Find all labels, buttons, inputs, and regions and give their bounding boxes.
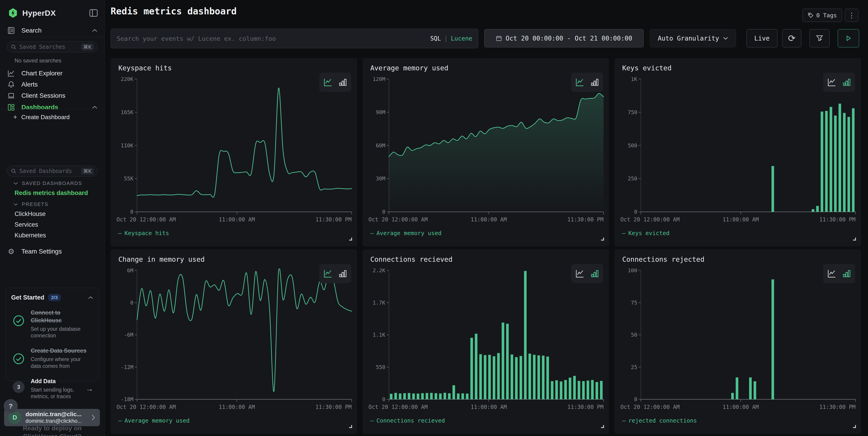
filter-button[interactable] (809, 29, 830, 48)
plot-area[interactable]: 1K7505002500Oct 20 12:00:00 AM11:00:00 A… (619, 77, 857, 225)
svg-text:220K: 220K (121, 77, 133, 82)
sidebar-item-services[interactable]: Services (14, 221, 38, 228)
date-range-picker[interactable]: Oct 20 00:00:00 - Oct 21 00:00:00 (484, 29, 644, 48)
sidebar-item-chart-explorer[interactable]: Chart Explorer (0, 67, 104, 79)
sidebar-item-search[interactable]: Search (0, 25, 104, 36)
line-chart-icon[interactable] (827, 269, 837, 279)
sidebar-item-label: Dashboards (21, 104, 58, 111)
get-started-card: Get Started 2/3 Connect to ClickHouse Se… (5, 288, 99, 381)
chevron-up-icon[interactable] (92, 106, 98, 109)
bar-chart-icon[interactable] (590, 78, 599, 87)
granularity-select[interactable]: Auto Granularity (650, 29, 736, 48)
granularity-value: Auto Granularity (658, 35, 719, 42)
presets-section[interactable]: PRESETS (13, 201, 49, 207)
event-search-input[interactable] (117, 35, 426, 42)
sidebar-collapse-icon[interactable] (89, 9, 98, 17)
svg-text:2.2K: 2.2K (373, 268, 385, 273)
hyperdx-logo-icon (8, 8, 18, 18)
step-subtitle: Set up your database connection (31, 326, 91, 340)
bar-chart-icon[interactable] (338, 269, 347, 278)
bar-chart-icon[interactable] (842, 269, 851, 278)
sidebar-item-alerts[interactable]: Alerts (0, 79, 104, 90)
dashboard-menu-button[interactable]: ⋮ (845, 9, 859, 22)
svg-text:0: 0 (382, 396, 385, 402)
line-chart-icon[interactable] (575, 78, 585, 87)
calendar-icon (496, 35, 502, 41)
bar-chart-icon[interactable] (590, 269, 599, 278)
plot-area[interactable]: 6M0-6M-12M-18MOct 20 12:00:00 AM11:00:00… (115, 268, 353, 412)
plot-area[interactable]: 2.2K1.7K1.1K5500Oct 20 12:00:00 AM11:00:… (367, 268, 606, 412)
legend-dash: — (370, 417, 374, 424)
lucene-mode-toggle[interactable]: Lucene (451, 35, 472, 42)
divider (0, 37, 104, 37)
arrow-right-icon[interactable]: → (86, 384, 93, 393)
resize-handle-icon[interactable] (601, 238, 604, 240)
legend-label: Average memory used (124, 417, 190, 424)
play-button[interactable] (838, 29, 859, 48)
get-started-step-connect[interactable]: Connect to ClickHouse Set up your databa… (11, 309, 93, 339)
sidebar-item-redis-dashboard[interactable]: Redis metrics dashboard (14, 190, 88, 197)
help-button[interactable]: ? (4, 399, 18, 413)
line-chart-icon[interactable] (323, 78, 333, 87)
progress-badge: 2/3 (48, 294, 61, 301)
resize-handle-icon[interactable] (601, 425, 604, 428)
svg-text:165K: 165K (121, 109, 133, 115)
live-button[interactable]: Live (746, 29, 777, 48)
get-started-title: Get Started (11, 294, 44, 301)
saved-dashboards-pill[interactable]: ⌘K (7, 166, 98, 177)
line-chart-icon[interactable] (323, 269, 333, 279)
sidebar-item-kubernetes[interactable]: Kubernetes (14, 232, 46, 239)
saved-searches-pill[interactable]: ⌘K (7, 41, 98, 52)
chart-card-connections-received: Connections recieved 2.2K1.7K1.1K5500Oct… (363, 250, 609, 434)
line-chart-icon[interactable] (575, 269, 585, 279)
svg-text:0: 0 (634, 396, 637, 402)
kebab-icon: ⋮ (848, 11, 855, 19)
get-started-step-sources[interactable]: Create Data Sources Configure where your… (11, 347, 93, 370)
filter-edit-icon (816, 34, 824, 42)
bar-chart-icon[interactable] (842, 78, 851, 87)
sql-mode-toggle[interactable]: SQL (430, 35, 441, 42)
create-dashboard-button[interactable]: + Create Dashboard (0, 112, 104, 122)
resize-handle-icon[interactable] (853, 425, 856, 428)
user-menu[interactable]: D dominic.tran@clic... dominic.tran@clic… (4, 409, 100, 426)
search-icon (11, 44, 17, 50)
refresh-icon: ⟳ (788, 33, 796, 43)
chevron-up-icon[interactable] (92, 29, 98, 32)
tags-button[interactable]: 0 Tags (802, 9, 842, 22)
saved-searches-input[interactable] (19, 44, 78, 50)
saved-dashboards-input[interactable] (19, 168, 78, 174)
resize-handle-icon[interactable] (853, 238, 856, 240)
chart-card-change-in-memory: Change in memory used 6M0-6M-12M-18MOct … (111, 250, 357, 434)
chevron-down-icon (13, 203, 18, 206)
shortcut-badge: ⌘K (81, 168, 94, 175)
chart-view-toggle (823, 73, 855, 92)
svg-text:0: 0 (382, 209, 385, 215)
plot-area[interactable]: 1007550250Oct 20 12:00:00 AM11:00:00 AM1… (619, 268, 857, 412)
resize-handle-icon[interactable] (349, 238, 352, 240)
line-chart-icon[interactable] (827, 78, 837, 87)
sidebar-item-client-sessions[interactable]: Client Sessions (0, 90, 104, 101)
svg-text:Oct 20 12:00:00 AM: Oct 20 12:00:00 AM (368, 216, 428, 223)
plot-area[interactable]: 120M90M60M30M0Oct 20 12:00:00 AM11:00:00… (367, 77, 606, 225)
saved-dashboards-section[interactable]: SAVED DASHBOARDS (13, 180, 82, 186)
search-icon (11, 168, 17, 174)
chart-line-icon (7, 69, 16, 77)
page-title: Redis metrics dashboard (111, 6, 237, 17)
refresh-button[interactable]: ⟳ (782, 29, 801, 48)
svg-text:11:00:00 AM: 11:00:00 AM (722, 404, 759, 410)
chart-title: Average memory used (370, 64, 448, 72)
chevron-up-icon[interactable] (88, 296, 93, 299)
svg-text:Oct 20 12:00:00 AM: Oct 20 12:00:00 AM (368, 404, 428, 410)
legend-dash: — (118, 230, 122, 236)
laptop-icon (7, 92, 16, 99)
svg-text:1.1K: 1.1K (373, 332, 385, 338)
bar-chart-icon[interactable] (338, 78, 347, 87)
plot-area[interactable]: 220K165K110K55K0Oct 20 12:00:00 AM11:00:… (115, 77, 353, 225)
shortcut-badge: ⌘K (81, 43, 94, 51)
get-started-step-add-data[interactable]: 3 Add Data Start sending logs, metrics, … (11, 377, 93, 400)
sidebar-item-clickhouse[interactable]: ClickHouse (14, 210, 46, 217)
resize-handle-icon[interactable] (349, 425, 352, 428)
check-circle-icon (11, 347, 26, 370)
sidebar-item-team-settings[interactable]: ⚙ Team Settings (0, 245, 104, 257)
step-title: Connect to ClickHouse (31, 309, 91, 324)
